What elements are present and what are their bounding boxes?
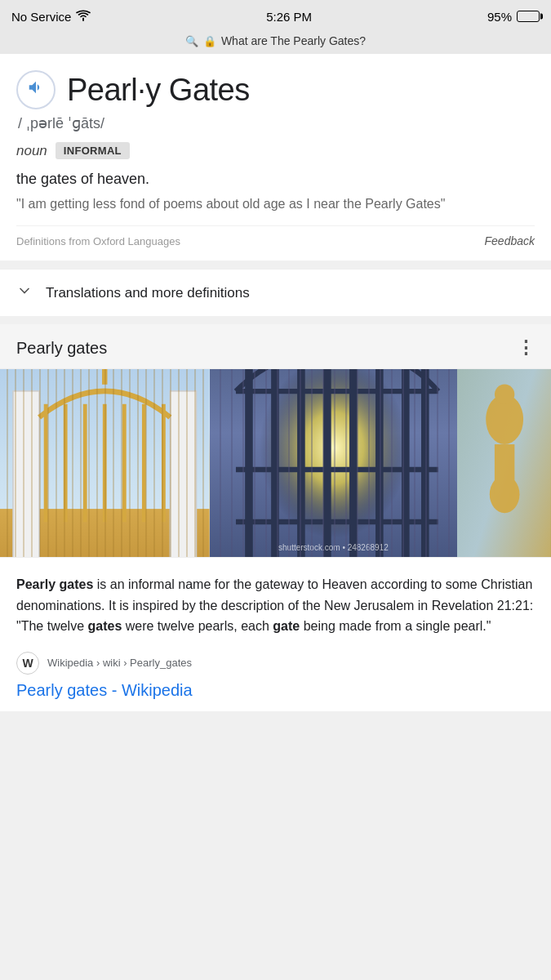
speaker-button[interactable] <box>16 70 56 109</box>
phonetic: / ˌpərlē ˈɡāts/ <box>18 114 535 132</box>
svg-rect-14 <box>210 369 458 557</box>
source-row: Definitions from Oxford Languages Feedba… <box>16 225 535 247</box>
address-bar[interactable]: 🔍 🔒 What are The Pearly Gates? <box>0 31 551 54</box>
speaker-icon <box>27 78 45 101</box>
watermark: shutterstock.com • 248268912 <box>210 543 458 552</box>
more-options-icon[interactable]: ⋮ <box>517 337 535 359</box>
section-header: Pearly gates ⋮ <box>0 324 551 369</box>
gate-image-3[interactable] <box>457 369 551 557</box>
wiki-bold-2: gates <box>88 619 122 633</box>
word-pos: noun <box>16 143 47 159</box>
word-header: Pearl·y Gates <box>16 70 535 109</box>
wiki-section: Pearly gates is an informal name for the… <box>0 557 551 711</box>
main-content: Pearl·y Gates / ˌpərlē ˈɡāts/ noun INFOR… <box>0 54 551 711</box>
lock-icon: 🔒 <box>203 35 216 47</box>
translations-row[interactable]: Translations and more definitions <box>0 269 551 316</box>
url-text: What are The Pearly Gates? <box>221 34 366 47</box>
wiki-bold-1: Pearly gates <box>16 577 93 591</box>
svg-rect-2 <box>13 391 39 557</box>
wifi-icon <box>76 10 91 24</box>
wiki-path: Wikipedia › wiki › Pearly_gates <box>47 657 192 669</box>
gate-image-1[interactable] <box>0 369 210 557</box>
translations-label: Translations and more definitions <box>46 285 250 301</box>
wiki-link[interactable]: Pearly gates - Wikipedia <box>16 681 535 700</box>
section-title: Pearly gates <box>16 339 107 358</box>
svg-rect-3 <box>170 391 196 557</box>
wikipedia-logo: W <box>16 652 39 675</box>
status-time: 5:26 PM <box>266 10 312 24</box>
svg-point-30 <box>495 385 514 404</box>
svg-rect-1 <box>0 509 210 557</box>
wiki-bold-3: gate <box>273 619 300 633</box>
definition-example: "I am getting less fond of poems about o… <box>16 194 535 214</box>
status-bar: No Service 5:26 PM 95% <box>0 0 551 31</box>
svg-rect-0 <box>0 369 210 557</box>
word-title: Pearl·y Gates <box>67 73 250 108</box>
wiki-description: Pearly gates is an informal name for the… <box>16 574 535 637</box>
status-left: No Service <box>11 10 91 24</box>
chevron-down-icon <box>16 283 33 303</box>
word-type-row: noun INFORMAL <box>16 142 535 159</box>
definition-text: the gates of heaven. <box>16 171 535 188</box>
dictionary-card: Pearl·y Gates / ˌpərlē ˈɡāts/ noun INFOR… <box>0 54 551 261</box>
source-text: Definitions from Oxford Languages <box>16 235 180 247</box>
battery-icon <box>517 11 540 22</box>
wiki-source-row: W Wikipedia › wiki › Pearly_gates <box>16 652 535 675</box>
images-row: shutterstock.com • 248268912 <box>0 369 551 557</box>
svg-rect-13 <box>210 369 458 557</box>
status-right: 95% <box>487 10 540 24</box>
pearly-gates-section: Pearly gates ⋮ <box>0 324 551 711</box>
carrier-text: No Service <box>11 10 71 24</box>
feedback-link[interactable]: Feedback <box>485 234 535 247</box>
register-badge: INFORMAL <box>56 142 130 159</box>
search-icon: 🔍 <box>185 35 198 47</box>
gate-image-2[interactable]: shutterstock.com • 248268912 <box>210 369 458 557</box>
svg-rect-29 <box>495 444 514 494</box>
battery-percent: 95% <box>487 10 512 24</box>
